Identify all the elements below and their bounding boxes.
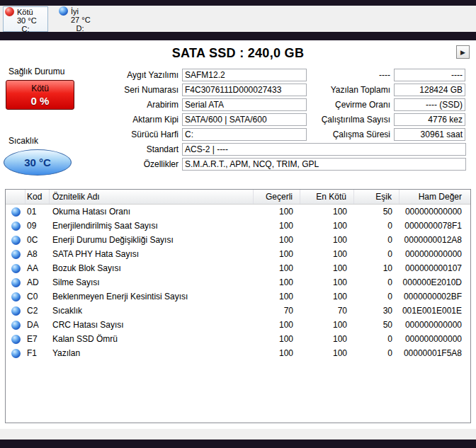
- attribute-current: 70: [254, 306, 300, 316]
- attribute-code: DA: [26, 320, 50, 330]
- info-field-value: SATA/600 | SATA/600: [182, 113, 307, 126]
- info-field-label: Aygıt Yazılımı: [0, 70, 182, 80]
- info-field-value: Serial ATA: [182, 98, 307, 111]
- crystaldiskinfo-window: Kötü 30 °C C: İyi 27 °C D: SATA SSD : 24…: [0, 0, 476, 448]
- drive-health-led-icon: [59, 6, 68, 16]
- drive-tab[interactable]: İyi 27 °C D:: [57, 6, 103, 32]
- attribute-led-cell: [6, 289, 26, 304]
- smart-attribute-row: F1 Yazılan 100 100 0 00000001F5A8: [6, 346, 470, 360]
- attribute-current: 100: [254, 249, 300, 259]
- smart-attribute-row: A8 SATA PHY Hata Sayısı 100 100 0 000000…: [6, 247, 470, 261]
- stats-field-row: Çevirme Oranı ---- (SSD): [310, 97, 465, 112]
- attribute-current: 100: [254, 348, 300, 358]
- attribute-status-led-icon: [11, 264, 21, 273]
- attribute-current: 100: [254, 207, 300, 217]
- attribute-led-cell: [6, 219, 26, 233]
- graph-button[interactable]: ▶: [456, 45, 470, 59]
- drive-tab[interactable]: Kötü 30 °C C:: [3, 6, 48, 32]
- raw-column-header: Ham Değer: [400, 190, 470, 204]
- attribute-name: Yazılan: [50, 348, 254, 358]
- attribute-led-cell: [6, 318, 26, 332]
- attribute-worst: 100: [300, 249, 354, 259]
- smart-attribute-row: AA Bozuk Blok Sayısı 100 100 10 00000000…: [6, 261, 470, 275]
- attribute-threshold: 0: [354, 249, 400, 259]
- info-field-label: Sürücü Harfi: [0, 130, 182, 139]
- attribute-name: Bozuk Blok Sayısı: [50, 263, 254, 273]
- attribute-status-led-icon: [11, 306, 21, 316]
- attribute-current: 100: [254, 334, 300, 344]
- drive-health-led-icon: [5, 7, 14, 16]
- drive-temperature: 27 °C: [59, 16, 101, 24]
- info-field-label: Özellikler: [0, 159, 182, 169]
- bottom-spacer: [0, 429, 476, 440]
- stats-field-row: Yazılan Toplamı 128424 GB: [310, 82, 465, 97]
- attribute-worst: 100: [300, 292, 354, 301]
- stats-field-value: 30961 saat: [394, 128, 465, 141]
- attribute-current: 100: [254, 292, 300, 301]
- attribute-status-led-icon: [11, 207, 21, 217]
- attribute-name: SATA PHY Hata Sayısı: [50, 249, 254, 259]
- attribute-current: 100: [254, 221, 300, 231]
- attribute-raw: 000000000000: [400, 207, 470, 217]
- attribute-worst: 100: [300, 334, 354, 344]
- attribute-name: Silme Sayısı: [50, 277, 254, 287]
- drive-tab-status-line: İyi: [59, 6, 101, 16]
- stats-field-value: 4776 kez: [394, 113, 465, 126]
- attribute-worst: 100: [300, 235, 354, 245]
- name-column-header: Öznitelik Adı: [50, 190, 254, 204]
- stats-field-row: ---- ----: [310, 67, 465, 82]
- attribute-code: 0C: [26, 235, 50, 245]
- smart-attribute-row: 09 Enerjilendirilmiş Saat Sayısı 100 100…: [6, 219, 470, 233]
- attribute-code: C0: [26, 292, 50, 301]
- attribute-name: Kalan SSD Ömrü: [50, 334, 254, 344]
- smart-attribute-table: Kod Öznitelik Adı Geçerli En Kötü Eşik H…: [5, 189, 471, 423]
- drive-health-status: İyi: [71, 7, 79, 16]
- attribute-worst: 100: [300, 277, 354, 287]
- attribute-threshold: 50: [354, 207, 400, 217]
- worst-column-header: En Kötü: [300, 190, 354, 204]
- attribute-name: Okuma Hatası Oranı: [50, 207, 254, 217]
- attribute-raw: 0000000078F1: [400, 221, 470, 231]
- toolbar-separator: [0, 32, 476, 40]
- attribute-code: 01: [26, 207, 50, 217]
- attribute-current: 100: [254, 263, 300, 273]
- threshold-column-header: Eşik: [354, 190, 400, 204]
- attribute-worst: 100: [300, 263, 354, 273]
- smart-attribute-row: AD Silme Sayısı 100 100 0 000000E2010D: [6, 275, 470, 289]
- smart-attribute-row: DA CRC Hatası Sayısı 100 100 50 00000000…: [6, 318, 470, 332]
- attribute-code: E7: [26, 334, 50, 344]
- drive-health-status: Kötü: [17, 8, 33, 16]
- smart-attribute-row: C0 Beklenmeyen Enerji Kesintisi Sayısı 1…: [6, 289, 470, 304]
- attribute-led-cell: [6, 233, 26, 247]
- attribute-led-cell: [6, 332, 26, 346]
- info-field-label: Standart: [0, 144, 182, 154]
- stats-field-label: ----: [310, 70, 394, 80]
- drive-tab-strip: Kötü 30 °C C: İyi 27 °C D:: [0, 6, 476, 32]
- attribute-raw: 00000001F5A8: [400, 348, 470, 358]
- smart-attribute-row: 01 Okuma Hatası Oranı 100 100 50 0000000…: [6, 205, 470, 219]
- usage-stats-fields: ---- ---- Yazılan Toplamı 128424 GB Çevi…: [310, 67, 465, 142]
- drive-tab-status-line: Kötü: [5, 7, 46, 16]
- info-field-label: Aktarım Kipi: [0, 115, 182, 125]
- attribute-worst: 100: [300, 320, 354, 330]
- attribute-threshold: 0: [354, 348, 400, 358]
- menu-bar-remnant: [0, 0, 476, 6]
- stats-field-row: Çalıştırılma Sayısı 4776 kez: [310, 112, 465, 127]
- stats-field-value: ----: [394, 69, 465, 81]
- smart-table-body: 01 Okuma Hatası Oranı 100 100 50 0000000…: [6, 205, 470, 360]
- attribute-raw: 000000000000: [400, 320, 470, 330]
- attribute-raw: 001E001E001E: [400, 306, 470, 316]
- attribute-threshold: 0: [354, 221, 400, 231]
- stats-field-label: Çalışma Süresi: [310, 130, 394, 139]
- attribute-threshold: 30: [354, 306, 400, 316]
- code-column-header: Kod: [26, 190, 50, 204]
- attribute-status-led-icon: [11, 222, 21, 231]
- attribute-threshold: 0: [354, 235, 400, 245]
- attribute-status-led-icon: [11, 292, 21, 301]
- attribute-raw: 000000E2010D: [400, 277, 470, 287]
- attribute-status-led-icon: [11, 349, 21, 358]
- stats-field-label: Yazılan Toplamı: [310, 85, 394, 95]
- attribute-raw: 0000000012A8: [400, 235, 470, 245]
- attribute-name: Enerji Durumu Değişikliği Sayısı: [50, 235, 254, 245]
- smart-attribute-row: E7 Kalan SSD Ömrü 100 100 0 000000000000: [6, 332, 470, 346]
